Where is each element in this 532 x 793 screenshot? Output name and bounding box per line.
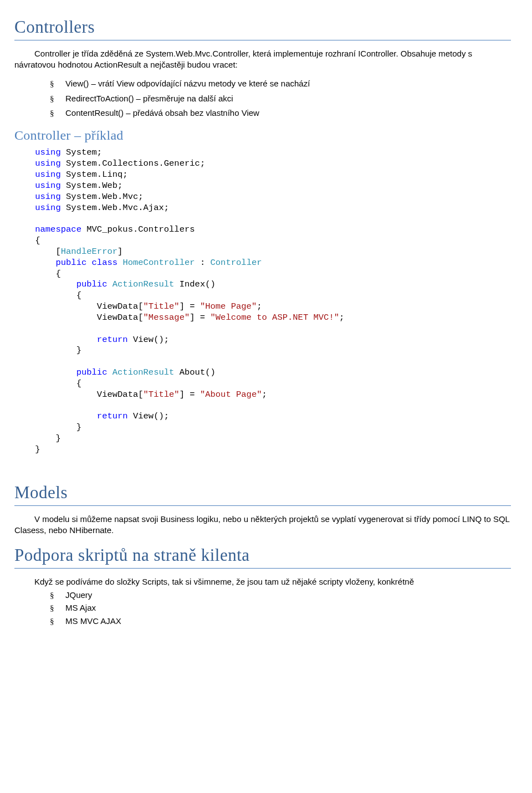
list-item: MS Ajax: [14, 602, 511, 613]
heading-controllers: Controllers: [14, 16, 511, 40]
list-item: ContentResult() – předává obsah bez vlas…: [14, 108, 511, 119]
paragraph-podpora: Když se podíváme do složky Scripts, tak …: [14, 576, 511, 587]
list-podpora: JQuery MS Ajax MS MVC AJAX: [14, 590, 511, 627]
list-item: View() – vrátí View odpovídající názvu m…: [14, 78, 511, 89]
list-item: MS MVC AJAX: [14, 616, 511, 627]
heading-controller-example: Controller – příklad: [14, 126, 511, 144]
list-controllers: View() – vrátí View odpovídající názvu m…: [14, 78, 511, 119]
code-block-controller-example: using System; using System.Collections.G…: [14, 147, 511, 455]
paragraph-controllers-intro: Controller je třída zděděná ze System.We…: [14, 48, 511, 71]
heading-podpora: Podpora skriptů na straně kilenta: [14, 544, 511, 569]
list-item: RedirectToAction() – přesměruje na další…: [14, 93, 511, 104]
list-item: JQuery: [14, 590, 511, 601]
paragraph-models: V modelu si můžeme napsat svoji Business…: [14, 514, 511, 536]
heading-models: Models: [14, 481, 511, 506]
